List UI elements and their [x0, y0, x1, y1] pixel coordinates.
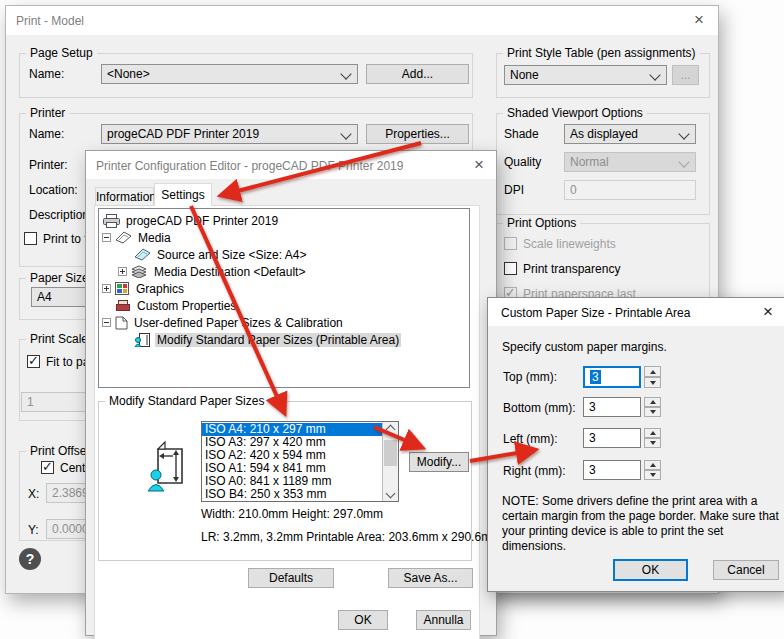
- offset-x-label: X:: [28, 487, 39, 501]
- page-setup-label: Page Setup: [26, 46, 97, 60]
- spin-up-icon[interactable]: [644, 428, 661, 438]
- printer-name-combo[interactable]: progeCAD PDF Printer 2019: [101, 124, 358, 144]
- right-margin-label: Right (mm):: [503, 464, 566, 478]
- list-scrollbar[interactable]: [382, 422, 398, 501]
- quality-label: Quality: [504, 155, 541, 169]
- print-style-combo[interactable]: None: [504, 65, 667, 85]
- dpi-label: DPI: [504, 183, 524, 197]
- print-style-browse-button[interactable]: ...: [672, 65, 699, 85]
- printer-settings-tree[interactable]: progeCAD PDF Printer 2019 Media Source a…: [98, 208, 470, 388]
- left-margin-spinner[interactable]: [644, 428, 661, 448]
- tab-settings[interactable]: Settings: [154, 183, 212, 206]
- chevron-down-icon: [340, 128, 351, 139]
- print-transparency-checkbox[interactable]: [504, 262, 517, 275]
- shade-combo[interactable]: As displayed: [564, 124, 696, 144]
- tree-item-user-paper-sizes[interactable]: User-defined Paper Sizes & Calibration: [99, 314, 469, 331]
- tree-item-media[interactable]: Media: [99, 229, 469, 246]
- spin-down-icon[interactable]: [644, 377, 661, 388]
- size-info-text: Width: 210.0mm Height: 297.0mm: [201, 507, 383, 521]
- bottom-margin-label: Bottom (mm):: [503, 401, 576, 415]
- help-icon[interactable]: [19, 548, 41, 570]
- print-to-file-checkbox[interactable]: [24, 232, 37, 245]
- spin-down-icon[interactable]: [644, 470, 661, 480]
- scale-lineweights-checkbox[interactable]: [504, 237, 517, 250]
- right-margin-field[interactable]: 3: [583, 460, 641, 480]
- left-margin-label: Left (mm):: [503, 432, 558, 446]
- collapse-icon[interactable]: [102, 233, 111, 242]
- shade-label: Shade: [504, 127, 539, 141]
- print-scale-label: Print Scale: [26, 332, 92, 346]
- page-setup-name-combo[interactable]: <None>: [101, 64, 358, 84]
- defaults-button[interactable]: Defaults: [248, 568, 334, 588]
- tree-item-source-size[interactable]: Source and Size <Size: A4>: [99, 246, 469, 263]
- custom-ok-button[interactable]: OK: [613, 559, 688, 581]
- config-cancel-button[interactable]: Annulla: [416, 610, 471, 630]
- expand-icon[interactable]: [102, 284, 111, 293]
- custom-dialog-titlebar[interactable]: Custom Paper Size - Printable Area: [488, 298, 784, 326]
- expand-icon[interactable]: [118, 267, 127, 276]
- print-transparency-label: Print transparency: [523, 262, 620, 276]
- config-ok-button[interactable]: OK: [338, 610, 388, 630]
- add-button[interactable]: Add...: [366, 64, 469, 84]
- center-checkbox[interactable]: [41, 461, 54, 474]
- chevron-down-icon: [649, 69, 660, 80]
- print-dialog-titlebar[interactable]: Print - Model: [6, 6, 718, 35]
- modify-paper-icon: [134, 333, 151, 347]
- graphics-icon: [115, 282, 130, 295]
- bottom-margin-spinner[interactable]: [644, 397, 661, 417]
- config-dialog-title: Printer Configuration Editor - progeCAD …: [96, 159, 403, 173]
- collapse-icon[interactable]: [102, 318, 111, 327]
- printer-name-label: Name:: [29, 127, 64, 141]
- media-stack-icon: [131, 265, 148, 278]
- paper-size-list[interactable]: ISO A4: 210 x 297 mm ISO A3: 297 x 420 m…: [201, 421, 399, 502]
- modify-button[interactable]: Modify...: [409, 452, 469, 472]
- custom-cancel-button[interactable]: Cancel: [713, 560, 779, 580]
- print-options-label: Print Options: [503, 216, 580, 230]
- dpi-field[interactable]: 0: [564, 180, 696, 200]
- custom-dialog-title: Custom Paper Size - Printable Area: [501, 306, 690, 320]
- spin-up-icon[interactable]: [644, 460, 661, 470]
- list-item-iso-b4[interactable]: ISO B4: 250 x 353 mm: [202, 488, 398, 501]
- print-dialog-title: Print - Model: [16, 14, 84, 28]
- scroll-up-icon[interactable]: [386, 425, 396, 435]
- tree-item-graphics[interactable]: Graphics: [99, 280, 469, 297]
- config-dialog-titlebar[interactable]: Printer Configuration Editor - progeCAD …: [86, 151, 496, 179]
- chevron-down-icon: [678, 128, 689, 139]
- scrollbar-thumb[interactable]: [384, 440, 397, 466]
- scroll-down-icon[interactable]: [386, 489, 396, 499]
- bottom-margin-field[interactable]: 3: [583, 397, 641, 417]
- location-label: Location:: [29, 183, 78, 197]
- shaded-viewport-label: Shaded Viewport Options: [503, 106, 647, 120]
- tree-item-printer[interactable]: progeCAD PDF Printer 2019: [99, 212, 469, 229]
- quality-combo[interactable]: Normal: [564, 152, 696, 172]
- close-icon[interactable]: [688, 9, 710, 31]
- spin-down-icon[interactable]: [644, 407, 661, 417]
- spin-up-icon[interactable]: [644, 397, 661, 407]
- close-icon[interactable]: [757, 301, 779, 323]
- tree-item-custom-properties[interactable]: Custom Properties: [99, 297, 469, 314]
- tree-item-media-destination[interactable]: Media Destination <Default>: [99, 263, 469, 280]
- spin-down-icon[interactable]: [644, 438, 661, 448]
- fit-to-paper-checkbox[interactable]: [27, 355, 40, 368]
- properties-button[interactable]: Properties...: [366, 124, 469, 144]
- left-margin-field[interactable]: 3: [583, 428, 641, 448]
- page-setup-name-label: Name:: [29, 67, 64, 81]
- tab-information[interactable]: Information: [95, 187, 154, 206]
- description-label: Description:: [29, 208, 92, 222]
- drivers-note: NOTE: Some drivers define the print area…: [502, 494, 782, 554]
- tree-item-modify-standard-sizes[interactable]: Modify Standard Paper Sizes (Printable A…: [99, 331, 469, 348]
- top-margin-spinner[interactable]: [644, 366, 661, 388]
- print-to-file-label: Print to f: [43, 232, 88, 246]
- close-icon[interactable]: [468, 154, 490, 176]
- top-margin-field[interactable]: 3: [583, 366, 641, 388]
- printer-icon: [103, 214, 120, 228]
- printer-group-label: Printer: [26, 106, 69, 120]
- printer-config-dialog: Printer Configuration Editor - progeCAD …: [85, 150, 497, 636]
- spin-up-icon[interactable]: [644, 366, 661, 377]
- right-margin-spinner[interactable]: [644, 460, 661, 480]
- save-as-button[interactable]: Save As...: [388, 568, 473, 588]
- modify-sizes-group-label: Modify Standard Paper Sizes: [105, 394, 268, 408]
- custom-paper-size-dialog: Custom Paper Size - Printable Area Speci…: [487, 297, 784, 592]
- custom-properties-icon: [115, 299, 131, 312]
- printer-label: Printer:: [29, 158, 68, 172]
